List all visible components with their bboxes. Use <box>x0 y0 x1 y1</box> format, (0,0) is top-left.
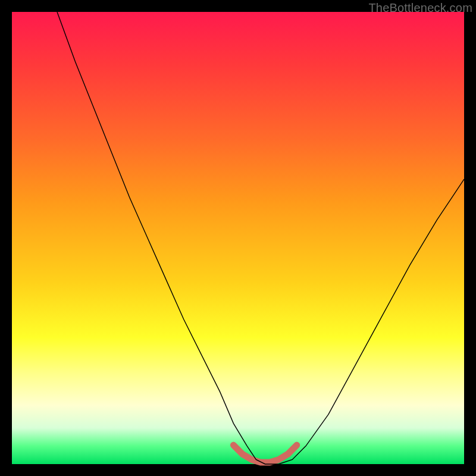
sweet-spot-path <box>233 445 296 462</box>
bottleneck-curve-path <box>57 12 464 464</box>
chart-frame: TheBottleneck.com <box>0 0 476 476</box>
gradient-plot-area <box>12 12 464 464</box>
curve-svg <box>12 12 464 464</box>
